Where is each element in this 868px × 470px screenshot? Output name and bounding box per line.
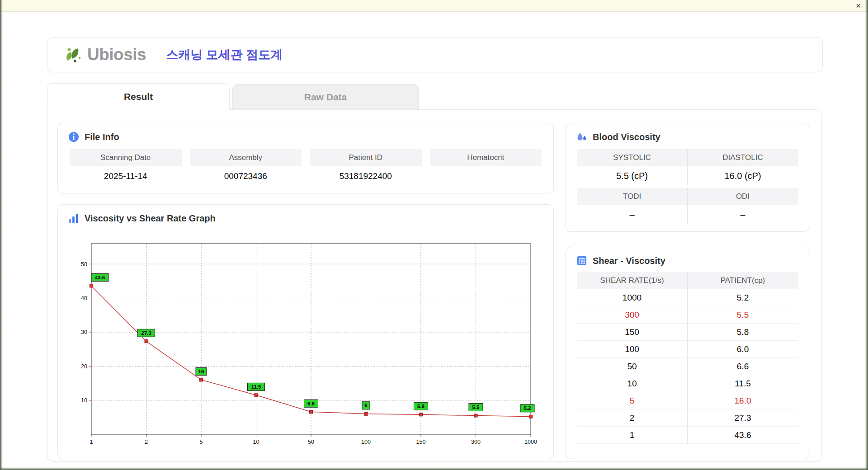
svg-text:100: 100 (361, 439, 371, 445)
patient-cell: 16.0 (687, 392, 798, 409)
bar-chart-icon (68, 212, 80, 224)
shear-rate-cell: 1000 (577, 289, 687, 306)
shear-viscosity-card: Shear - Viscosity SHEAR RATE(1/s) PATIEN… (566, 247, 809, 459)
blood-viscosity-table: SYSTOLIC DIASTOLIC 5.5 (cP) 16.0 (cP) TO… (566, 147, 809, 224)
graph-title-text: Viscosity vs Shear Rate Graph (85, 213, 216, 224)
shear-viscosity-title-text: Shear - Viscosity (593, 256, 665, 266)
app-header: Ubiosis 스캐닝 모세관 점도계 (47, 37, 823, 72)
bv-value-row: – – (577, 205, 798, 224)
svg-text:50: 50 (308, 439, 314, 445)
page-title: 스캐닝 모세관 점도계 (166, 47, 283, 63)
bv-value-odi: – (687, 205, 798, 224)
shear-rate-cell: 2 (577, 409, 687, 427)
patient-cell: 5.8 (687, 324, 798, 341)
field-value: 2025-11-14 (70, 166, 182, 186)
table-row: 5 16.0 (577, 392, 798, 409)
svg-text:50: 50 (81, 261, 87, 268)
shear-rate-column-header: SHEAR RATE(1/s) (577, 272, 687, 289)
bv-label-systolic: SYSTOLIC (577, 149, 687, 166)
svg-text:1000: 1000 (524, 439, 537, 445)
file-info-title: File Info (58, 123, 553, 147)
svg-text:5: 5 (200, 439, 203, 445)
field-patient-id: Patient ID 53181922400 (310, 149, 422, 186)
field-value (430, 166, 542, 186)
field-label: Hematocrit (430, 149, 542, 166)
bv-header-row: TODI ODI (577, 188, 798, 205)
shear-rate-cell: 10 (577, 375, 687, 392)
patient-cell: 6.6 (687, 358, 798, 375)
svg-text:20: 20 (81, 363, 87, 370)
screen-edge-left (0, 0, 3, 470)
shear-rate-cell: 1 (577, 427, 687, 444)
bv-value-row: 5.5 (cP) 16.0 (cP) (577, 166, 798, 185)
shear-rate-cell: 5 (577, 392, 687, 409)
shear-viscosity-title: Shear - Viscosity (566, 247, 809, 271)
bv-label-todi: TODI (577, 188, 687, 205)
file-info-fields: Scanning Date 2025-11-14 Assembly 000723… (58, 147, 553, 186)
blood-viscosity-title-text: Blood Viscosity (593, 132, 660, 142)
shear-rate-cell: 300 (577, 306, 687, 324)
field-label: Patient ID (310, 149, 422, 166)
svg-text:150: 150 (416, 439, 426, 445)
tab-result[interactable]: Result (47, 83, 230, 110)
patient-cell: 6.0 (687, 341, 798, 358)
file-info-card: File Info Scanning Date 2025-11-14 Assem… (57, 123, 554, 193)
patient-cell: 11.5 (687, 375, 798, 392)
shear-rate-cell: 50 (577, 358, 687, 375)
shear-rate-cell: 100 (577, 341, 687, 358)
blood-viscosity-card: Blood Viscosity SYSTOLIC DIASTOLIC 5.5 (… (566, 123, 809, 232)
field-label: Assembly (190, 149, 302, 166)
screen-edge-right (865, 0, 868, 470)
logo-text: Ubiosis (87, 45, 146, 64)
table-row: 1000 5.2 (577, 289, 798, 306)
svg-text:27.3: 27.3 (141, 330, 151, 336)
close-button[interactable]: × (856, 1, 861, 11)
field-hematocrit: Hematocrit (430, 149, 542, 186)
leaf-icon (64, 45, 85, 64)
table-row: 300 5.5 (577, 306, 798, 324)
patient-cell: 5.2 (687, 289, 798, 306)
field-assembly: Assembly 000723436 (190, 149, 302, 186)
table-icon (576, 255, 588, 267)
table-row: 50 6.6 (577, 358, 798, 375)
patient-cell: 43.6 (687, 427, 798, 444)
shear-table: SHEAR RATE(1/s) PATIENT(cp) 1000 5.2 300… (566, 271, 809, 444)
svg-text:2: 2 (145, 439, 148, 445)
svg-text:10: 10 (81, 397, 87, 404)
svg-text:6.6: 6.6 (307, 401, 315, 406)
svg-text:11.5: 11.5 (251, 384, 261, 390)
table-row: 2 27.3 (577, 409, 798, 427)
bv-label-diastolic: DIASTOLIC (687, 149, 798, 166)
window-titlebar: × (0, 0, 868, 12)
table-row: 10 11.5 (577, 375, 798, 392)
bv-label-odi: ODI (687, 188, 798, 205)
svg-text:6: 6 (364, 403, 367, 408)
viscosity-graph-card: Viscosity vs Shear Rate Graph 1020304050… (57, 204, 554, 459)
svg-text:300: 300 (471, 439, 481, 445)
table-row: 100 6.0 (577, 341, 798, 358)
bv-value-diastolic: 16.0 (cP) (687, 166, 798, 185)
field-value: 000723436 (190, 166, 302, 186)
field-scanning-date: Scanning Date 2025-11-14 (70, 149, 182, 186)
svg-text:5.8: 5.8 (417, 404, 425, 409)
blood-viscosity-title: Blood Viscosity (566, 123, 809, 147)
graph-title: Viscosity vs Shear Rate Graph (58, 205, 553, 229)
field-label: Scanning Date (70, 149, 182, 166)
tab-raw-data[interactable]: Raw Data (232, 84, 419, 109)
patient-cell: 27.3 (687, 409, 798, 427)
bv-header-row: SYSTOLIC DIASTOLIC (577, 149, 798, 166)
svg-text:1: 1 (90, 439, 93, 445)
table-row: 1 43.6 (577, 427, 798, 444)
svg-text:43.6: 43.6 (95, 275, 105, 280)
svg-text:16: 16 (198, 369, 204, 374)
svg-text:5.5: 5.5 (472, 404, 480, 410)
svg-text:5.2: 5.2 (524, 405, 531, 411)
patient-column-header: PATIENT(cp) (687, 272, 798, 289)
shear-table-header: SHEAR RATE(1/s) PATIENT(cp) (577, 272, 798, 289)
shear-rate-cell: 150 (577, 324, 687, 341)
screen-edge-bottom (0, 467, 868, 470)
field-value: 53181922400 (310, 166, 422, 186)
info-icon (68, 131, 80, 143)
svg-text:10: 10 (253, 439, 259, 445)
ubiosis-logo: Ubiosis (64, 45, 146, 64)
